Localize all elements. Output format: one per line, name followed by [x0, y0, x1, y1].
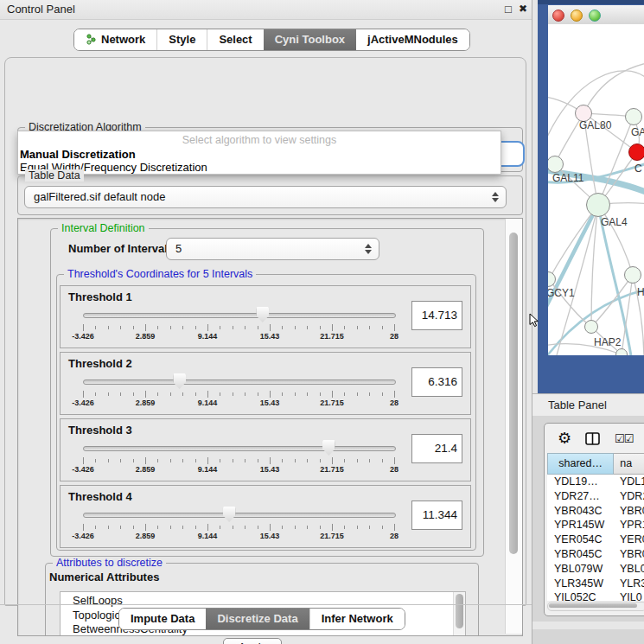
- tick-label: -3.426: [72, 399, 94, 407]
- table-row[interactable]: YBR043CYBR0: [547, 504, 644, 519]
- apply-button[interactable]: Apply: [223, 638, 282, 644]
- cell-name[interactable]: YDR2: [620, 490, 644, 502]
- tick-mark: [157, 459, 158, 462]
- minimize-traffic-icon[interactable]: [571, 10, 583, 22]
- tab-style[interactable]: Style: [156, 29, 207, 50]
- table-horizontal-scrollbar[interactable]: [547, 602, 644, 611]
- cell-name[interactable]: YBL0: [620, 563, 644, 575]
- tab-network[interactable]: Network: [74, 29, 156, 50]
- network-node-label: GAL80: [579, 119, 611, 131]
- scrollbar-thumb[interactable]: [549, 603, 637, 608]
- algorithm-option-manual[interactable]: Manual Discretization: [20, 148, 136, 161]
- tick-mark: [170, 326, 171, 329]
- cell-name[interactable]: YIL0: [620, 591, 642, 601]
- cell-name[interactable]: YPR1: [620, 519, 644, 531]
- column-header-name[interactable]: na: [614, 453, 644, 475]
- cell-name[interactable]: YDL1: [620, 475, 644, 488]
- tick-mark: [394, 391, 395, 398]
- cell-shared-name[interactable]: YBR045C: [554, 548, 603, 560]
- network-node[interactable]: [586, 193, 610, 217]
- cell-shared-name[interactable]: YER054C: [554, 533, 603, 545]
- threshold-2-value-field[interactable]: 6.316: [411, 367, 462, 397]
- close-traffic-icon[interactable]: [552, 10, 564, 22]
- columns-icon[interactable]: [585, 432, 600, 449]
- threshold-1-slider[interactable]: -3.4262.8599.14415.4321.71528: [83, 305, 394, 343]
- threshold-1-value-field[interactable]: 14.713: [411, 301, 462, 330]
- table-row[interactable]: YBR045CYBR0: [547, 547, 644, 562]
- scrollbar-thumb[interactable]: [456, 594, 463, 628]
- tick-mark: [332, 457, 333, 464]
- cell-shared-name[interactable]: YDR27…: [554, 490, 600, 502]
- cell-shared-name[interactable]: YPR145W: [554, 519, 604, 531]
- slider-thumb[interactable]: [223, 507, 236, 522]
- table-data-combobox[interactable]: galFiltered.sif default node: [24, 186, 507, 208]
- number-of-intervals-combobox[interactable]: 5: [166, 238, 379, 260]
- network-node[interactable]: [628, 143, 644, 161]
- slider-track[interactable]: [83, 313, 396, 318]
- table-row[interactable]: YPR145WYPR1: [547, 518, 644, 532]
- network-node[interactable]: [548, 156, 564, 173]
- tick-label: -3.426: [72, 332, 94, 341]
- tick-label: 9.144: [198, 399, 218, 407]
- table-row[interactable]: YER054CYER0: [547, 532, 644, 547]
- network-node[interactable]: [625, 108, 642, 125]
- cell-name[interactable]: YLR3: [620, 577, 644, 590]
- float-window-icon[interactable]: □: [502, 0, 514, 19]
- slider-track[interactable]: [83, 446, 396, 451]
- checkboxes-icon[interactable]: ☑☑: [615, 433, 633, 444]
- threshold-2-slider[interactable]: -3.4262.8599.14415.4321.71528: [83, 372, 394, 410]
- slider-thumb[interactable]: [256, 307, 269, 322]
- zoom-traffic-icon[interactable]: [589, 10, 601, 22]
- attribute-list-item[interactable]: SelfLoops: [73, 594, 188, 609]
- cell-shared-name[interactable]: YIL052C: [554, 591, 596, 601]
- tick-label: 2.859: [136, 332, 156, 341]
- gear-icon[interactable]: ⚙: [558, 430, 571, 446]
- cell-shared-name[interactable]: YBL079W: [554, 563, 603, 575]
- threshold-4-value-field[interactable]: 11.344: [411, 501, 462, 530]
- table-row[interactable]: YDL19…YDL1: [547, 475, 644, 489]
- table-row[interactable]: YBL079WYBL0: [547, 562, 644, 577]
- table-row[interactable]: YIL052CYIL0: [547, 590, 644, 601]
- tab-discretize-data[interactable]: Discretize Data: [206, 609, 309, 629]
- tick-mark: [220, 526, 220, 529]
- table-rows: YDL19…YDL1YDR27…YDR2YBR043CYBR0YPR145WYP…: [547, 475, 644, 601]
- tab-jactivemnodules[interactable]: jActiveMNodules: [356, 29, 469, 50]
- threshold-3-slider[interactable]: -3.4262.8599.14415.4321.71528: [83, 438, 394, 476]
- slider-thumb[interactable]: [322, 440, 335, 456]
- slider-thumb[interactable]: [173, 373, 186, 389]
- tick-mark: [145, 324, 146, 331]
- network-canvas[interactable]: GAL80GACGAL11GAL4GCY1HHAP2: [548, 24, 644, 355]
- threshold-4-slider[interactable]: -3.4262.8599.14415.4321.71528: [83, 505, 394, 543]
- slider-track[interactable]: [83, 513, 396, 518]
- threshold-3-value-field[interactable]: 21.4: [411, 434, 462, 463]
- tab-cyni-toolbox[interactable]: Cyni Toolbox: [264, 29, 356, 50]
- network-node[interactable]: [624, 266, 641, 284]
- network-node[interactable]: [615, 348, 628, 355]
- network-node[interactable]: [548, 271, 556, 287]
- cell-shared-name[interactable]: YLR345W: [554, 577, 603, 590]
- cell-shared-name[interactable]: YBR043C: [554, 505, 603, 517]
- tab-infer-network[interactable]: Infer Network: [309, 609, 405, 629]
- settings-scroll-panel: Interval Definition Number of Intervals …: [17, 218, 523, 636]
- slider-track[interactable]: [83, 379, 396, 385]
- tab-select[interactable]: Select: [207, 29, 263, 50]
- table-row[interactable]: YDR27…YDR2: [547, 489, 644, 504]
- cell-name[interactable]: YER0: [620, 533, 644, 545]
- network-window-titlebar[interactable]: [548, 5, 644, 25]
- tick-mark: [332, 524, 333, 531]
- tab-impute-data[interactable]: Impute Data: [119, 609, 206, 629]
- cell-name[interactable]: YBR0: [620, 548, 644, 560]
- close-icon[interactable]: ✖: [517, 0, 529, 19]
- attributes-scrollbar[interactable]: [453, 592, 465, 636]
- column-header-shared-name[interactable]: shared…: [547, 453, 614, 475]
- cell-name[interactable]: YBR0: [620, 505, 644, 517]
- network-node[interactable]: [584, 320, 598, 334]
- combo-spinner-icon: [364, 243, 372, 255]
- tick-label: 21.715: [320, 332, 344, 341]
- cyni-mode-tab-bar: Impute Data Discretize Data Infer Networ…: [118, 608, 405, 630]
- table-row[interactable]: YLR345WYLR3: [547, 577, 644, 591]
- cell-shared-name[interactable]: YDL19…: [554, 475, 598, 488]
- tick-mark: [344, 392, 345, 396]
- scrollbar-thumb[interactable]: [509, 233, 518, 554]
- settings-vertical-scrollbar[interactable]: [505, 219, 522, 634]
